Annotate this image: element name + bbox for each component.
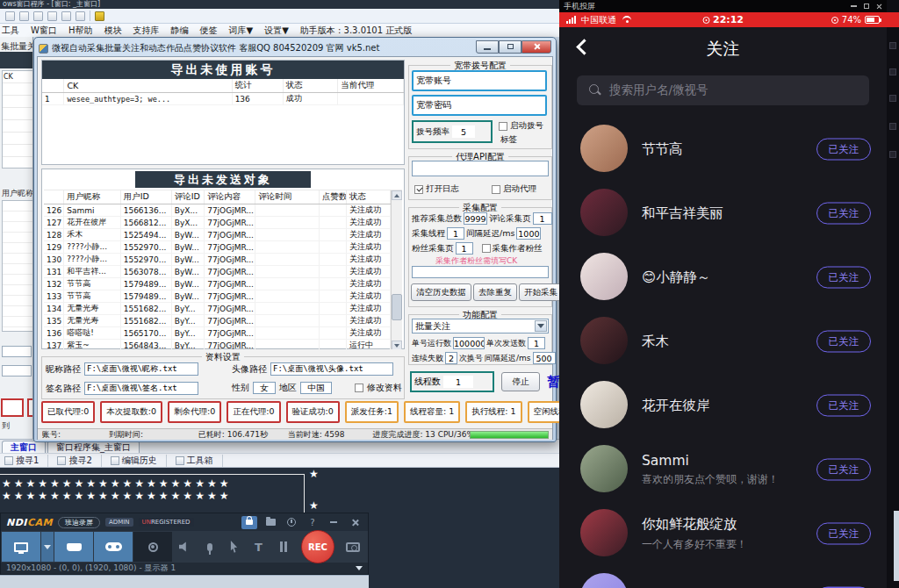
followed-button[interactable]: 已关注 [816, 330, 872, 352]
menu-item-2[interactable]: H帮助 [68, 25, 93, 37]
column-header[interactable]: 用户昵称 [64, 190, 120, 204]
device-record-mode-button[interactable] [54, 532, 93, 562]
table-row[interactable]: 132节节高1579489...ByW...77jOGjMR...关注成功 [44, 278, 391, 290]
table-row[interactable]: 131和平吉祥...1563078...ByW...77jOGjMR...关注成… [44, 266, 391, 278]
ide-tool-0[interactable]: 搜寻1 [4, 455, 48, 467]
enable-proxy-checkbox[interactable] [492, 185, 500, 194]
rec-button[interactable]: REC [301, 530, 334, 563]
close-icon[interactable] [347, 516, 363, 529]
fail-count-input[interactable] [445, 352, 457, 364]
column-header[interactable]: 当前代理 [338, 79, 404, 93]
text-overlay-icon[interactable]: T [247, 532, 270, 562]
collect-ck-input[interactable] [412, 266, 549, 278]
mouse-click-icon[interactable] [222, 532, 246, 562]
followed-button[interactable]: 已关注 [816, 458, 872, 480]
column-header[interactable]: 统计 [232, 79, 283, 93]
avatar-path-input[interactable] [270, 362, 393, 376]
avatar[interactable] [580, 317, 628, 364]
menu-item-3[interactable]: 模块 [104, 25, 121, 37]
counter-red-2[interactable]: 剩余代理:0 [168, 401, 221, 423]
avatar[interactable] [580, 573, 628, 588]
avatar[interactable] [580, 445, 628, 492]
region-input[interactable] [300, 382, 332, 394]
broadband-account-input[interactable] [454, 76, 533, 86]
fans-page-input[interactable] [456, 242, 473, 255]
collect-thread-input[interactable] [447, 227, 464, 240]
screenshot-camera-icon[interactable] [341, 532, 364, 562]
column-header[interactable]: CK [64, 79, 232, 93]
thread-count-input[interactable] [443, 376, 473, 388]
modify-profile-checkbox[interactable] [355, 384, 363, 392]
dedup-button[interactable]: 去除重复 [473, 283, 517, 301]
toolbar-icon[interactable] [47, 11, 57, 21]
open-log-checkbox[interactable] [414, 185, 423, 194]
column-header[interactable]: 用户ID [120, 190, 171, 204]
table-row[interactable]: 137紫玉~1564843...ByY...77jOGjMR...运行中 [44, 340, 391, 350]
column-header[interactable]: 评论内容 [205, 190, 255, 204]
find-binoculars-icon[interactable] [95, 11, 104, 21]
phone-titlebar[interactable]: 手机投屏 [559, 0, 887, 12]
toolbar-icon[interactable] [5, 11, 15, 21]
run-count-input[interactable] [453, 337, 485, 349]
collect-total-input[interactable] [464, 212, 487, 225]
column-header[interactable]: 评论时间 [255, 190, 320, 204]
unused-accounts-table[interactable]: CK统计状态当前代理1wesee_authtype=3; we...136成功 [42, 79, 404, 105]
table-row[interactable]: 136嗒嗒哒!1565170...ByY...77jOGjMR...关注成功 [44, 327, 391, 340]
lock-icon[interactable] [241, 516, 257, 529]
menu-item-8[interactable]: 设置▼ [264, 25, 289, 37]
chevron-down-icon[interactable] [535, 320, 547, 332]
close-icon[interactable] [876, 4, 882, 10]
table-row[interactable]: 127花开在彼岸1566812...ByX...77jOGjMR...关注成功 [44, 217, 391, 229]
toolbar-icon[interactable] [19, 11, 29, 21]
toolbar-icon[interactable] [33, 11, 43, 21]
maximize-button[interactable] [499, 40, 521, 54]
toolbar-icon[interactable] [61, 11, 71, 21]
maximize-icon[interactable] [864, 4, 869, 9]
close-button[interactable] [521, 40, 551, 54]
stop-button[interactable]: 停止 [501, 372, 540, 391]
ide-tab-1[interactable]: 窗口程序集_主窗口 [47, 441, 140, 453]
column-header[interactable]: 状态 [347, 190, 391, 204]
ide-tool-2[interactable]: 编辑历史 [111, 455, 167, 467]
microphone-icon[interactable] [198, 532, 221, 562]
counter-red-3[interactable]: 正在代理:0 [227, 401, 280, 423]
dial-freq-input[interactable] [452, 125, 475, 138]
column-header[interactable]: 点赞数 [319, 190, 346, 204]
counter-orange-0[interactable]: 派发任务:1 [345, 401, 399, 423]
column-header[interactable] [44, 190, 64, 204]
menu-item-6[interactable]: 便签 [199, 25, 217, 37]
followed-button[interactable]: 已关注 [816, 202, 872, 224]
speaker-icon[interactable] [173, 532, 197, 562]
author-fans-checkbox[interactable] [482, 244, 491, 253]
game-record-mode-button[interactable] [94, 532, 133, 562]
table-row[interactable]: 1wesee_authtype=3; we...136成功 [42, 93, 404, 105]
clear-history-button[interactable]: 清空历史数据 [411, 283, 471, 301]
scroll-down-icon[interactable] [392, 341, 402, 349]
table-row[interactable]: 134无量光寿1551682...ByY...77jOGjMR...关注成功 [44, 303, 391, 315]
table-row[interactable]: 135无量光寿1551682...ByY...77jOGjMR...关注成功 [44, 315, 391, 327]
counter-red-1[interactable]: 本次提取数:0 [100, 401, 162, 423]
avatar[interactable] [580, 381, 628, 428]
menu-item-5[interactable]: 静编 [170, 25, 188, 37]
start-collect-button[interactable]: 开始采集 [519, 283, 563, 301]
feature-delay-input[interactable] [533, 352, 556, 364]
table-row[interactable]: 128禾木1525494...ByW...77jOGjMR...关注成功 [44, 229, 391, 241]
column-header[interactable]: 评论ID [171, 190, 204, 204]
avatar[interactable] [580, 125, 628, 172]
toolbar-icon[interactable] [76, 11, 85, 21]
broadband-password-input[interactable] [454, 101, 533, 111]
column-header[interactable] [42, 79, 64, 93]
webcam-button[interactable] [133, 532, 172, 562]
avatar[interactable] [580, 253, 628, 300]
gender-input[interactable] [253, 382, 276, 394]
send-count-input[interactable] [528, 337, 545, 349]
followed-button[interactable]: 已关注 [816, 266, 872, 288]
minimize-button[interactable] [476, 40, 499, 54]
counter-orange-2[interactable]: 执行线程: 1 [465, 401, 521, 423]
menu-item-0[interactable]: 工具 [2, 25, 19, 37]
help-icon[interactable]: ? [305, 516, 320, 529]
clock-icon[interactable] [284, 516, 299, 529]
ide-tab-0[interactable]: 主窗口 [2, 441, 46, 453]
column-header[interactable]: 状态 [283, 79, 337, 93]
search-input[interactable]: 搜索用户名/微视号 [577, 75, 869, 105]
